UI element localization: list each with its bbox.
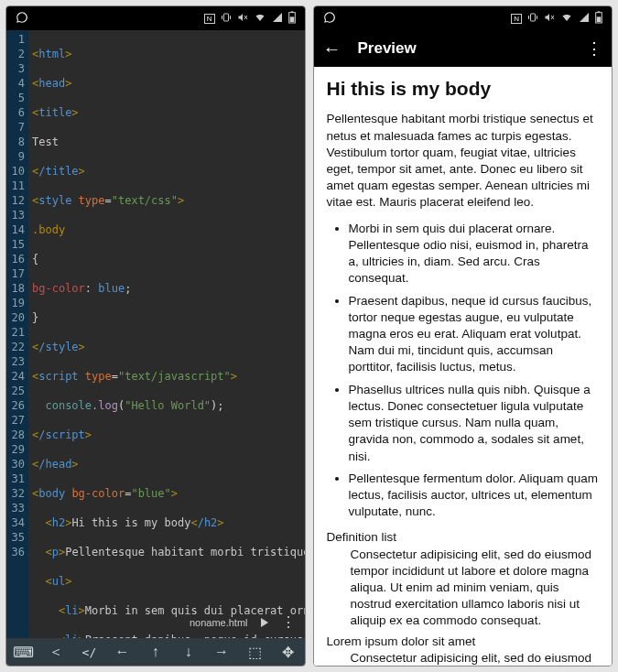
editor-footer: noname.html ⋮ [6,610,305,634]
list-item: Pellentesque fermentum dolor. Aliquam qu… [349,471,600,521]
svg-rect-0 [223,14,228,21]
arrow-up-icon[interactable]: ↑ [143,639,168,665]
def-term: Definition list [327,529,600,546]
close-tag-button[interactable]: </ [76,639,102,665]
preview-list: Morbi in sem quis dui placerat ornare. P… [327,221,600,521]
arrow-left-icon[interactable]: ← [110,639,136,665]
keyboard-icon[interactable]: ⌨ [10,639,36,665]
wifi-icon [254,12,266,26]
preview-paragraph: Pellentesque habitant morbi tristique se… [327,111,600,211]
mute-icon [544,12,555,26]
arrow-right-icon[interactable]: → [209,639,234,665]
code-content[interactable]: <html> <head> <title> Test </title> <sty… [28,30,305,638]
page-title: Preview [358,39,417,58]
definition-list: Definition list Consectetur adipisicing … [327,529,600,666]
overflow-menu-icon[interactable]: ⋮ [586,38,602,59]
preview-heading: Hi this is my body [327,76,600,102]
list-item: Phasellus ultrices nulla quis nibh. Quis… [349,382,600,465]
vibrate-icon [527,12,538,26]
status-bar: N [314,6,613,30]
mute-icon [237,12,248,26]
def-desc: Consectetur adipisicing elit, sed do eiu… [351,547,600,630]
battery-icon [595,11,602,27]
select-icon[interactable]: ⬚ [242,639,267,665]
battery-icon [288,11,296,27]
preview-webview[interactable]: Hi this is my body Pellentesque habitant… [314,67,613,666]
def-term: Lorem ipsum dolor sit amet [327,634,600,650]
arrow-down-icon[interactable]: ↓ [176,639,201,665]
wifi-icon [560,12,573,26]
less-than-button[interactable]: ＜ [43,639,69,665]
whatsapp-icon [16,11,28,27]
list-item: Morbi in sem quis dui placerat ornare. P… [349,221,600,287]
list-item: Praesent dapibus, neque id cursus faucib… [349,293,600,376]
svg-rect-2 [290,11,293,12]
signal-icon [579,12,590,26]
move-icon[interactable]: ✥ [275,639,300,665]
def-desc: Consectetur adipisicing elit, sed do eiu… [351,650,600,666]
nfc-icon: N [204,14,215,24]
svg-rect-3 [289,16,294,22]
signal-icon [272,12,283,26]
code-editor[interactable]: 1234567891011121314151617181920212223242… [6,30,305,638]
menu-icon[interactable]: ⋮ [281,613,296,631]
editor-toolbar: ⌨ ＜ </ ← ↑ ↓ → ⬚ ✥ [6,638,305,666]
code-editor-screen: N 12345678910111213141516171819202122232… [5,5,306,667]
filename-label: noname.html [190,617,248,628]
status-bar: N [6,6,305,30]
whatsapp-icon [323,11,336,27]
nfc-icon: N [511,14,522,24]
run-icon[interactable] [261,614,268,631]
svg-rect-6 [598,11,601,12]
line-gutter: 1234567891011121314151617181920212223242… [6,30,28,638]
app-bar: ← Preview ⋮ [314,30,613,67]
svg-rect-4 [531,14,536,21]
vibrate-icon [221,12,232,26]
svg-rect-7 [597,16,602,22]
preview-screen: N ← Preview ⋮ Hi this is my body Pellent… [313,5,613,667]
back-icon[interactable]: ← [323,38,342,60]
